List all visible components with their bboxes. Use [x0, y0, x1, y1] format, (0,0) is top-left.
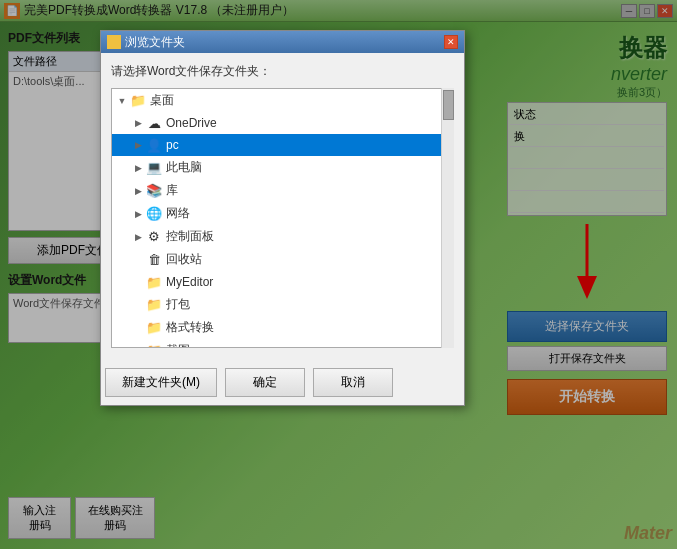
- dialog-label: 请选择Word文件保存文件夹：: [111, 63, 454, 80]
- folder-icon: 📁: [146, 343, 162, 349]
- folder-tree-item[interactable]: ▶💻此电脑: [112, 156, 453, 179]
- folder-icon: 📁: [146, 320, 162, 336]
- folder-tree-item[interactable]: ▶☁OneDrive: [112, 112, 453, 134]
- dialog-footer: 新建文件夹(M) 确定 取消: [101, 368, 464, 405]
- folder-tree[interactable]: ▼📁桌面▶☁OneDrive▶👤pc▶💻此电脑▶📚库▶🌐网络▶⚙控制面板🗑回收站…: [111, 88, 454, 348]
- cancel-button[interactable]: 取消: [313, 368, 393, 397]
- folder-icon: 🌐: [146, 206, 162, 222]
- expand-arrow-icon: ▶: [132, 140, 144, 150]
- folder-tree-item[interactable]: 📁格式转换: [112, 316, 453, 339]
- folder-icon: 🗑: [146, 252, 162, 268]
- folder-tree-item[interactable]: ▶🌐网络: [112, 202, 453, 225]
- expand-arrow-icon: ▶: [132, 163, 144, 173]
- app-window: 📄 完美PDF转换成Word转换器 V17.8 （未注册用户） ─ □ ✕ PD…: [0, 0, 677, 549]
- new-folder-button[interactable]: 新建文件夹(M): [105, 368, 217, 397]
- folder-tree-item[interactable]: ▶📚库: [112, 179, 453, 202]
- folder-item-label: 回收站: [166, 251, 202, 268]
- folder-item-label: 截图: [166, 342, 190, 348]
- confirm-button[interactable]: 确定: [225, 368, 305, 397]
- browse-folder-dialog: 浏览文件夹 ✕ 请选择Word文件保存文件夹： ▼📁桌面▶☁OneDrive▶👤…: [100, 30, 465, 406]
- dialog-content: 请选择Word文件保存文件夹： ▼📁桌面▶☁OneDrive▶👤pc▶💻此电脑▶…: [101, 53, 464, 368]
- folder-tree-item[interactable]: ▶👤pc: [112, 134, 453, 156]
- expand-arrow-icon: ▶: [132, 118, 144, 128]
- folder-tree-item[interactable]: 📁MyEditor: [112, 271, 453, 293]
- folder-icon: 📁: [146, 297, 162, 313]
- folder-item-label: pc: [166, 138, 179, 152]
- folder-tree-item[interactable]: 🗑回收站: [112, 248, 453, 271]
- expand-arrow-icon: ▶: [132, 209, 144, 219]
- expand-arrow-icon: ▶: [132, 186, 144, 196]
- dialog-overlay: 浏览文件夹 ✕ 请选择Word文件保存文件夹： ▼📁桌面▶☁OneDrive▶👤…: [0, 0, 677, 549]
- folder-tree-item[interactable]: ▼📁桌面: [112, 89, 453, 112]
- dialog-title-bar: 浏览文件夹 ✕: [101, 31, 464, 53]
- folder-item-label: OneDrive: [166, 116, 217, 130]
- folder-tree-wrapper: ▼📁桌面▶☁OneDrive▶👤pc▶💻此电脑▶📚库▶🌐网络▶⚙控制面板🗑回收站…: [111, 88, 454, 348]
- tree-scrollbar[interactable]: [441, 88, 454, 348]
- folder-tree-item[interactable]: 📁打包: [112, 293, 453, 316]
- folder-item-label: 库: [166, 182, 178, 199]
- folder-item-label: 此电脑: [166, 159, 202, 176]
- folder-item-label: 格式转换: [166, 319, 214, 336]
- folder-item-label: 桌面: [150, 92, 174, 109]
- folder-icon: ⚙: [146, 229, 162, 245]
- expand-arrow-icon: ▶: [132, 232, 144, 242]
- expand-arrow-icon: ▼: [116, 96, 128, 106]
- folder-tree-item[interactable]: 📁截图: [112, 339, 453, 348]
- folder-icon: 👤: [146, 137, 162, 153]
- dialog-title-text: 浏览文件夹: [125, 34, 185, 51]
- folder-icon: 💻: [146, 160, 162, 176]
- folder-item-label: 网络: [166, 205, 190, 222]
- folder-tree-item[interactable]: ▶⚙控制面板: [112, 225, 453, 248]
- dialog-title-icon: [107, 35, 121, 49]
- folder-icon: 📁: [146, 274, 162, 290]
- folder-item-label: 控制面板: [166, 228, 214, 245]
- folder-item-label: 打包: [166, 296, 190, 313]
- folder-icon: 📁: [130, 93, 146, 109]
- dialog-close-button[interactable]: ✕: [444, 35, 458, 49]
- folder-icon: ☁: [146, 115, 162, 131]
- scrollbar-thumb: [443, 90, 454, 120]
- folder-item-label: MyEditor: [166, 275, 213, 289]
- folder-icon: 📚: [146, 183, 162, 199]
